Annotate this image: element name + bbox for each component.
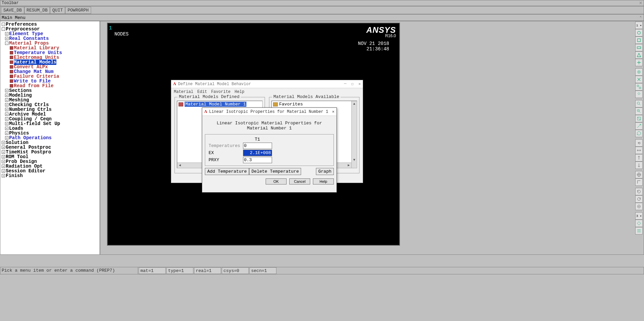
ok-button[interactable]: OK xyxy=(266,178,287,184)
tree-item[interactable]: +Physics xyxy=(0,131,100,135)
tree-item[interactable]: +Loads xyxy=(0,126,100,131)
tree-item[interactable]: +Modeling xyxy=(0,93,100,98)
tree-item[interactable]: +Checking Ctrls xyxy=(0,102,100,107)
tree-item[interactable]: +Radiation Opt xyxy=(0,164,100,169)
expand-icon[interactable]: + xyxy=(5,89,8,92)
temperatures-input[interactable] xyxy=(243,143,272,149)
tree-item[interactable]: -Material Props xyxy=(0,41,100,46)
expand-icon[interactable]: + xyxy=(5,103,8,106)
expand-icon[interactable]: + xyxy=(5,32,8,35)
tool-icon[interactable] xyxy=(635,91,643,98)
tool-icon[interactable] xyxy=(635,68,643,76)
tool-icon[interactable] xyxy=(635,188,643,195)
tool-icon[interactable] xyxy=(635,147,643,154)
expand-icon[interactable]: + xyxy=(2,155,5,158)
tool-icon[interactable] xyxy=(635,154,643,162)
list-item[interactable]: Material Model Number 1 xyxy=(177,101,262,107)
tree-item[interactable]: Read from File xyxy=(0,83,100,88)
tree-item[interactable]: Write to File xyxy=(0,79,100,83)
menu-edit[interactable]: Edit xyxy=(197,90,207,94)
tree-item[interactable]: +Session Editor xyxy=(0,169,100,173)
tree-item[interactable]: Convert ALPx xyxy=(0,65,100,69)
dialog2-close-icon[interactable]: ✕ xyxy=(332,109,334,114)
graph-button[interactable]: Graph xyxy=(316,168,334,175)
expand-icon[interactable]: + xyxy=(5,122,8,125)
tree-item[interactable]: Material Library xyxy=(0,46,100,50)
expand-icon[interactable]: + xyxy=(5,117,8,121)
expand-icon[interactable]: + xyxy=(2,150,5,154)
tree-item[interactable]: +Prob Design xyxy=(0,159,100,164)
tree-item[interactable]: +TimeHist Postpro xyxy=(0,150,100,154)
expand-icon[interactable]: + xyxy=(2,141,5,144)
expand-icon[interactable]: + xyxy=(5,136,8,140)
tool-icon[interactable] xyxy=(635,227,643,234)
tree-item[interactable]: +Coupling / Ceqn xyxy=(0,117,100,121)
ex-input[interactable] xyxy=(243,150,272,156)
scrollbar-vertical[interactable]: ▲▼ xyxy=(351,101,357,168)
tool-icon[interactable] xyxy=(635,76,643,83)
tool-icon[interactable] xyxy=(635,59,643,66)
expand-icon[interactable]: + xyxy=(5,127,8,130)
tool-icon[interactable] xyxy=(635,100,643,107)
tree-item[interactable]: Change Mat Num xyxy=(0,69,100,74)
tool-icon[interactable] xyxy=(635,203,643,210)
command-prompt[interactable]: Pick a menu item or enter a command (PRE… xyxy=(0,267,138,274)
tree-item[interactable]: +Archive Model xyxy=(0,112,100,117)
tool-icon[interactable] xyxy=(635,195,643,203)
rate-selector[interactable]: 3 ▾ xyxy=(635,212,643,220)
save-db-button[interactable]: SAVE_DB xyxy=(1,7,24,14)
tree-item[interactable]: +Sections xyxy=(0,88,100,93)
menu-favorite[interactable]: Favorite xyxy=(211,90,231,94)
expand-icon[interactable]: + xyxy=(2,160,5,163)
expand-icon[interactable]: + xyxy=(5,108,8,111)
tree-item[interactable]: -Preferences xyxy=(0,22,100,27)
help-button[interactable]: Help xyxy=(313,178,334,184)
expand-icon[interactable]: + xyxy=(2,174,5,177)
expand-icon[interactable]: + xyxy=(2,146,5,149)
menu-help[interactable]: Help xyxy=(235,90,244,94)
tool-icon[interactable] xyxy=(635,51,643,59)
tool-icon[interactable] xyxy=(635,178,643,186)
tree-item[interactable]: Material Models xyxy=(0,60,100,65)
tool-icon[interactable] xyxy=(635,220,643,227)
tree-item[interactable]: +Path Operations xyxy=(0,135,100,140)
tool-icon[interactable] xyxy=(635,83,643,91)
tree-item[interactable]: Electromag Units xyxy=(0,55,100,60)
dialog1-minimize-icon[interactable]: — xyxy=(344,81,346,87)
tool-icon[interactable] xyxy=(635,107,643,115)
tool-icon[interactable] xyxy=(635,44,643,51)
expand-icon[interactable]: + xyxy=(2,169,5,173)
tree-item[interactable]: +Meshing xyxy=(0,98,100,102)
prxy-input[interactable] xyxy=(243,157,272,163)
tool-icon[interactable]: ⟲ xyxy=(635,139,643,147)
add-temperature-button[interactable]: Add Temperature xyxy=(205,168,249,175)
tree-item[interactable]: +Multi-field Set Up xyxy=(0,121,100,126)
tool-icon[interactable] xyxy=(635,171,643,178)
cancel-button[interactable]: Cancel xyxy=(289,178,310,184)
expand-icon[interactable]: + xyxy=(5,113,8,116)
toolbar-close-icon[interactable]: ✕ xyxy=(639,1,642,5)
dialog1-close-icon[interactable]: ✕ xyxy=(358,81,361,87)
tree-item[interactable]: +General Postproc xyxy=(0,145,100,150)
tree-item[interactable]: -Preprocessor xyxy=(0,27,100,31)
list-item[interactable]: Favorites xyxy=(272,101,357,107)
expand-icon[interactable]: - xyxy=(2,23,5,26)
tree-item[interactable]: Temperature Units xyxy=(0,50,100,55)
tool-icon[interactable] xyxy=(635,162,643,169)
menu-material[interactable]: Material xyxy=(174,90,193,94)
delete-temperature-button[interactable]: Delete Temperature xyxy=(249,168,301,175)
dialog1-maximize-icon[interactable]: ☐ xyxy=(351,81,354,87)
resum-db-button[interactable]: RESUM_DB xyxy=(24,7,50,14)
tool-icon[interactable] xyxy=(635,29,643,36)
tree-item[interactable]: Failure Criteria xyxy=(0,74,100,79)
tree-item[interactable]: +Numbering Ctrls xyxy=(0,107,100,112)
tool-icon[interactable] xyxy=(635,130,643,137)
view-selector[interactable]: 1 ▾ xyxy=(635,22,643,29)
main-menu-tree[interactable]: -Preferences-Preprocessor+Element Type+R… xyxy=(0,21,100,255)
expand-icon[interactable]: + xyxy=(2,165,5,168)
expand-icon[interactable]: - xyxy=(5,42,8,45)
expand-icon[interactable]: + xyxy=(5,131,8,135)
tool-icon[interactable] xyxy=(635,36,643,44)
main-menu-collapse-icon[interactable]: ⌃ xyxy=(640,16,642,20)
expand-icon[interactable]: + xyxy=(5,94,8,97)
